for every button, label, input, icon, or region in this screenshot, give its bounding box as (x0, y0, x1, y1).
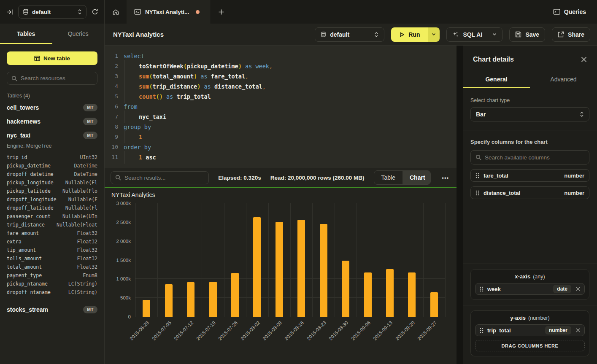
sidebar-tab-queries-label: Queries (68, 30, 89, 37)
drag-handle-icon[interactable] (475, 173, 479, 178)
sql-ai-options-chevron[interactable] (488, 28, 497, 41)
collapse-sidebar-icon[interactable] (6, 8, 13, 16)
bar-2015-07-19[interactable] (209, 282, 217, 317)
sidebar-tab-tables[interactable]: Tables (0, 24, 52, 44)
chart-type-select[interactable]: Bar (470, 107, 589, 121)
sidebar-tab-tables-label: Tables (17, 30, 35, 37)
refresh-icon[interactable] (92, 8, 98, 15)
column-name: passenger_count (7, 213, 51, 219)
column-type: LC(String) (65, 281, 97, 287)
sidebar-search[interactable] (7, 72, 97, 85)
column-name: tolls_amount (7, 256, 42, 262)
bar-2015-08-30[interactable] (342, 261, 349, 317)
sql-token: group by (124, 124, 151, 130)
bar-2015-09-06[interactable] (364, 272, 372, 317)
editor-line[interactable]: 5count() as trip_total (105, 92, 457, 102)
plus-icon (218, 9, 224, 15)
x-tick-label: 2015-07-26 (217, 320, 238, 341)
sidebar-search-input[interactable] (21, 75, 93, 81)
queries-button[interactable]: Queries (553, 8, 586, 15)
sql-editor[interactable]: 1select2toStartOfWeek(pickup_datetime) a… (105, 46, 457, 168)
queries-console-icon (553, 9, 560, 15)
view-toggle-chart[interactable]: Chart (403, 171, 431, 184)
bar-2015-07-26[interactable] (231, 273, 239, 317)
new-tab-button[interactable] (211, 0, 231, 24)
bar-2015-07-12[interactable] (187, 282, 194, 317)
bar-2015-08-16[interactable] (297, 220, 305, 317)
y-tick-label: 500k (120, 295, 131, 300)
drag-handle-icon[interactable] (480, 328, 484, 333)
top-bar-left: default (0, 0, 105, 24)
drag-handle-icon[interactable] (475, 190, 479, 196)
tab-general[interactable]: General (463, 71, 530, 88)
play-icon (399, 32, 405, 38)
editor-line[interactable]: 10order by (105, 142, 457, 152)
columns-search[interactable] (470, 150, 589, 164)
x-tick-label: 2015-09-06 (350, 320, 371, 341)
run-options-chevron[interactable] (428, 27, 440, 42)
sql-ai-button[interactable]: SQL AI (446, 27, 502, 42)
bar-2015-08-02[interactable] (253, 217, 261, 317)
table-row-hackernews[interactable]: hackernewsMT (0, 114, 104, 128)
sql-token: ) (238, 63, 242, 70)
results-toolbar: Elapsed: 0.320s Read: 20,000,000 rows (2… (105, 168, 457, 187)
table-row-cell_towers[interactable]: cell_towersMT (0, 100, 104, 114)
table-columns: trip_idUInt32pickup_datetimeDateTimedrop… (0, 152, 104, 298)
editor-line[interactable]: 1select (105, 51, 457, 61)
bar-2015-07-05[interactable] (165, 284, 173, 317)
available-column-distance_total[interactable]: distance_totalnumber (470, 186, 589, 199)
home-button[interactable] (105, 0, 127, 24)
column-row: trip_idUInt32 (7, 153, 97, 162)
tab-nytaxi-analytics[interactable]: NYTaxi Analyti... (127, 0, 211, 24)
drag-handle-icon[interactable] (480, 286, 484, 292)
query-pane: 1select2toStartOfWeek(pickup_datetime) a… (105, 46, 457, 364)
sidebar-tab-queries[interactable]: Queries (52, 24, 105, 44)
results-search[interactable] (111, 171, 209, 184)
line-number: 9 (105, 132, 118, 142)
bar-2015-08-23[interactable] (320, 224, 327, 317)
remove-column-icon[interactable] (575, 328, 580, 332)
editor-line[interactable]: 4sum(trip_distance) as distance_total, (105, 81, 457, 92)
editor-line[interactable]: 91 (105, 132, 457, 142)
editor-line[interactable]: 3sum(total_amount) as fare_total, (105, 71, 457, 81)
bar-2015-06-28[interactable] (143, 300, 150, 317)
bar-2015-09-20[interactable] (408, 272, 416, 317)
editor-line[interactable]: 7nyc_taxi (105, 112, 457, 122)
available-columns-list: fare_totalnumberdistance_totalnumber (470, 164, 589, 199)
bar-2015-09-13[interactable] (386, 269, 394, 317)
view-toggle-table[interactable]: Table (374, 171, 403, 184)
header-database-selector[interactable]: default (315, 27, 384, 42)
results-search-input[interactable] (124, 175, 204, 181)
database-selector[interactable]: default (18, 5, 86, 19)
more-options-button[interactable]: ••• (440, 175, 451, 181)
run-button[interactable]: Run (391, 27, 440, 42)
table-row-nyc_taxi[interactable]: nyc_taxiMT (0, 128, 104, 142)
line-code: toStartOfWeek(pickup_datetime) as week, (124, 61, 273, 71)
editor-line[interactable]: 2toStartOfWeek(pickup_datetime) as week, (105, 61, 457, 71)
table-row-stocks_stream[interactable]: stocks_streamMT (0, 302, 104, 316)
line-code: nyc_taxi (124, 112, 166, 122)
close-icon[interactable] (581, 57, 587, 62)
sql-editor-lines: 1select2toStartOfWeek(pickup_datetime) a… (105, 51, 457, 162)
y-axis-column-pill[interactable]: trip_total number (475, 324, 585, 336)
remove-column-icon[interactable] (575, 287, 580, 291)
tab-advanced[interactable]: Advanced (530, 71, 597, 88)
new-table-button[interactable]: New table (7, 51, 97, 65)
drag-columns-drop-zone[interactable]: DRAG COLUMNS HERE (475, 340, 585, 351)
share-button[interactable]: Share (552, 27, 590, 42)
editor-line[interactable]: 8group by (105, 122, 457, 132)
columns-search-input[interactable] (485, 154, 584, 161)
available-column-fare_total[interactable]: fare_totalnumber (470, 169, 589, 182)
line-number: 1 (105, 51, 118, 61)
bar-2015-09-27[interactable] (430, 292, 438, 317)
run-button-main[interactable]: Run (391, 27, 428, 42)
column-type: number (564, 173, 584, 179)
sql-token: , (245, 73, 249, 80)
bar-2015-08-09[interactable] (276, 222, 283, 317)
query-header: NYTaxi Analytics default Run (105, 24, 597, 46)
save-button[interactable]: Save (509, 27, 545, 42)
column-type: Nullable(UIn (59, 213, 97, 219)
editor-line[interactable]: 6from (105, 102, 457, 112)
x-axis-column-pill[interactable]: week date (475, 283, 585, 295)
editor-line[interactable]: 111 asc (105, 152, 457, 162)
